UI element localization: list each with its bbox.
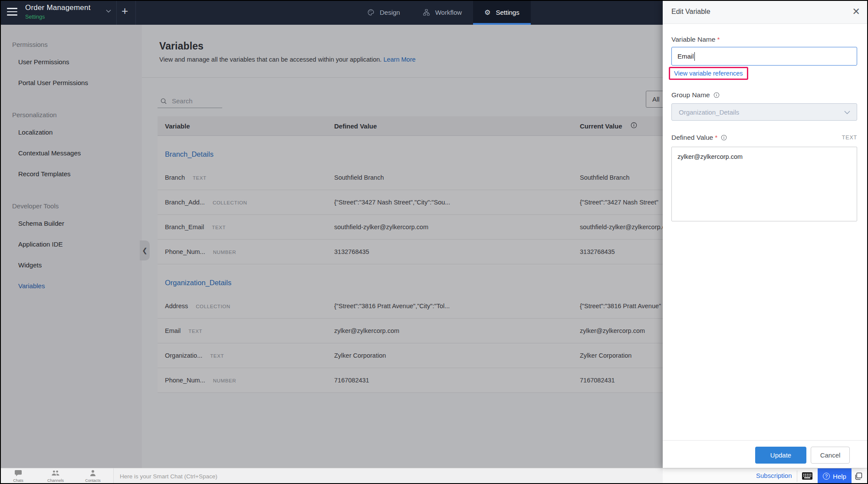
tab-workflow[interactable]: Workflow [411, 0, 473, 25]
annotation-highlight-box: View variable references [669, 67, 748, 80]
chevron-down-icon [844, 110, 851, 115]
panel-header: Edit Variable ✕ [663, 1, 867, 24]
required-asterisk: * [717, 36, 720, 43]
panel-footer-divider [663, 440, 867, 441]
panel-title: Edit Variable [671, 8, 710, 16]
smart-chat-input[interactable]: Here is your Smart Chat (Ctrl+Space) [114, 468, 663, 484]
help-button[interactable]: ? Help [818, 468, 852, 484]
people-icon [51, 471, 60, 478]
text-caret [694, 52, 695, 61]
keyboard-shortcuts-icon[interactable] [802, 472, 813, 480]
person-icon [89, 471, 96, 478]
update-button[interactable]: Update [755, 447, 806, 464]
dock-item-channels[interactable]: Channels [42, 470, 69, 483]
window-stack-icon[interactable] [854, 472, 863, 481]
status-bar: ChatsChannelsContacts Here is your Smart… [0, 468, 868, 484]
edit-variable-panel: Edit Variable ✕ Variable Name* Email Vie… [663, 1, 867, 468]
chevron-down-icon[interactable] [105, 7, 112, 16]
required-asterisk: * [715, 134, 717, 141]
statusbar-divider [797, 471, 797, 482]
group-name-label: Group Name [671, 91, 720, 99]
tab-label: Workflow [435, 9, 462, 16]
app-title: Order Management [25, 3, 91, 12]
dock-item-label: Contacts [79, 478, 107, 483]
topbar-divider [116, 0, 117, 25]
add-application-button[interactable]: + [122, 4, 128, 18]
chat-bubble-icon [14, 471, 22, 478]
close-icon[interactable]: ✕ [852, 6, 860, 17]
gear-icon: ⚙ [484, 9, 490, 16]
tab-design[interactable]: Design [356, 0, 411, 25]
view-variable-references-link[interactable]: View variable references [674, 70, 743, 77]
info-icon[interactable] [721, 135, 727, 141]
dock-item-contacts[interactable]: Contacts [79, 470, 107, 483]
info-icon[interactable] [713, 92, 720, 98]
value-type-badge: TEXT [842, 135, 857, 141]
workflow-icon [423, 9, 430, 16]
modal-dim-overlay [0, 25, 663, 468]
app-subtitle: Settings [25, 14, 45, 20]
question-mark-icon: ? [823, 473, 830, 480]
hamburger-menu-icon[interactable] [7, 8, 17, 16]
defined-value-label: Defined Value* [671, 134, 727, 142]
palette-icon [367, 9, 375, 16]
dock-item-label: Chats [4, 478, 32, 483]
chat-dock: ChatsChannelsContacts [0, 468, 114, 484]
defined-value-textarea[interactable]: zylker@zylkercorp.com [671, 147, 857, 221]
dock-item-chats[interactable]: Chats [4, 470, 32, 483]
tab-settings[interactable]: ⚙Settings [473, 0, 531, 25]
variable-name-input[interactable]: Email [671, 47, 857, 66]
dock-item-label: Channels [42, 478, 69, 483]
variable-name-label: Variable Name* [671, 36, 720, 43]
tab-label: Settings [496, 9, 519, 16]
topbar-divider [135, 0, 136, 25]
topbar-tabs: DesignWorkflow⚙Settings [356, 0, 531, 25]
subscription-link[interactable]: Subscription [756, 472, 792, 479]
cancel-button[interactable]: Cancel [811, 447, 850, 464]
app-screen: Order Management Settings + DesignWorkfl… [0, 0, 868, 484]
tab-label: Design [380, 9, 400, 16]
group-name-select[interactable]: Organization_Details [671, 103, 857, 121]
